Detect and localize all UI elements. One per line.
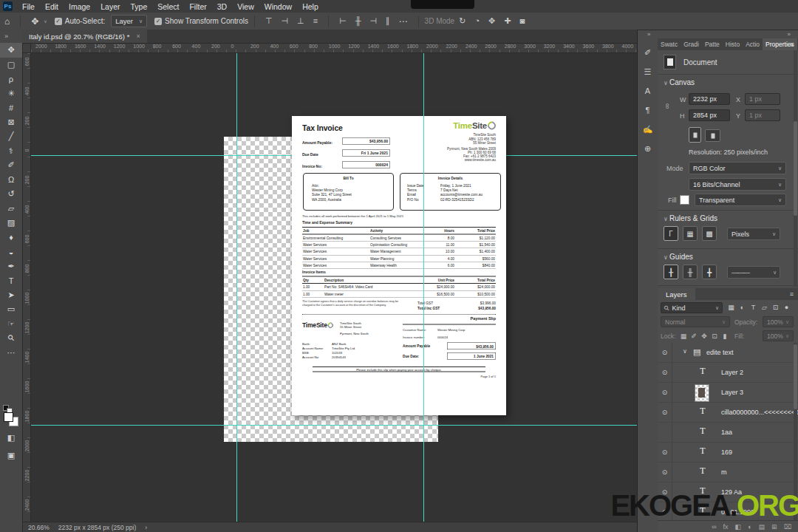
lock-guides-icon[interactable]: ╫	[683, 265, 698, 279]
more-options-icon[interactable]: ⋯	[395, 16, 412, 27]
dodge-tool[interactable]: ◒	[0, 245, 22, 259]
fill-swatch[interactable]	[680, 195, 689, 205]
toolbar-collapse-icon[interactable]: »	[0, 30, 22, 43]
ruler-corner[interactable]	[22, 43, 31, 53]
delete-layer-icon[interactable]: ⌧	[784, 523, 791, 531]
blend-mode-dropdown[interactable]: Normal	[661, 316, 730, 327]
eye-icon[interactable]: ⊙	[658, 443, 672, 462]
color-swatches[interactable]	[0, 405, 22, 427]
align-top-icon[interactable]: ⊤	[261, 16, 277, 26]
lock-paint-icon[interactable]: ✐	[689, 331, 699, 341]
3d-slide-icon[interactable]: ✚	[499, 16, 515, 26]
eyedropper-tool[interactable]: ╱	[0, 129, 22, 144]
path-selection-tool[interactable]: ➤	[0, 288, 22, 303]
filter-type-layers-icon[interactable]: T	[748, 302, 759, 313]
bit-depth-dropdown[interactable]: 16 Bits/Channel	[689, 178, 786, 191]
history-brush-tool[interactable]: ↺	[0, 187, 22, 202]
show-transform-checkbox[interactable]: ✓	[154, 18, 162, 25]
grid-toggle-icon[interactable]: ▦	[683, 226, 698, 241]
lock-artboard-icon[interactable]: ⊡	[709, 331, 720, 341]
ruler-toggle-icon[interactable]: Γ	[664, 226, 678, 241]
glyphs-panel-icon[interactable]: ✍	[638, 120, 658, 139]
foreground-color-swatch[interactable]	[4, 412, 13, 422]
layer-row[interactable]: ⊙Tcilla0000000...<<<<<<<<0 d	[658, 403, 798, 423]
layer-row[interactable]: ⊙∨▤edite text	[658, 343, 798, 363]
eye-icon[interactable]: ⊙	[658, 363, 672, 382]
tab-swatc[interactable]: Swatc	[658, 38, 681, 50]
quick-selection-tool[interactable]: ✳	[0, 86, 22, 101]
link-dimensions-icon[interactable]: ∞	[664, 103, 672, 109]
layer-row[interactable]: ⊙Tm	[658, 463, 798, 482]
lock-transparent-icon[interactable]: ▦	[678, 331, 689, 341]
filter-toggle-icon[interactable]: ●	[781, 302, 792, 313]
portrait-orientation-button[interactable]	[689, 127, 701, 143]
pixel-grid-toggle-icon[interactable]: ▩	[702, 226, 717, 241]
paragraph-panel-icon[interactable]: ¶	[638, 100, 658, 120]
color-mode-dropdown[interactable]: RGB Color	[689, 162, 786, 174]
menu-layer[interactable]: Layer	[95, 2, 125, 11]
eye-icon[interactable]: ⊙	[658, 463, 672, 482]
move-tool-preset-icon[interactable]: ✥	[27, 16, 43, 27]
layer-row[interactable]: ⊙Layer 3	[658, 383, 798, 403]
filter-pixel-layers-icon[interactable]: ▦	[726, 302, 737, 313]
frame-tool[interactable]: ⊠	[0, 115, 22, 130]
menu-edit[interactable]: Edit	[40, 2, 64, 11]
menu-type[interactable]: Type	[125, 2, 152, 11]
distribute-right-icon[interactable]: ⊣	[366, 16, 382, 26]
blur-tool[interactable]: ♦	[0, 231, 22, 245]
vertical-ruler[interactable]: 6004002000200400600800100012001400160018…	[22, 53, 31, 522]
menu-image[interactable]: Image	[64, 2, 95, 11]
brushes-panel-icon[interactable]: ✐	[638, 43, 658, 62]
rulers-grids-section-header[interactable]: Rulers & Grids	[664, 214, 717, 222]
rectangle-tool[interactable]: ▭	[0, 302, 22, 317]
collapse-panels-icon[interactable]: »	[788, 31, 791, 38]
rectangular-marquee-tool[interactable]: ▢	[0, 58, 22, 72]
zoom-tool[interactable]: ⚲	[0, 331, 22, 346]
document-viewport[interactable]: Tax Invoice TimeSite TimeSite SouthABN: …	[31, 53, 637, 522]
align-middle-icon[interactable]: ⊣	[277, 16, 293, 26]
brush-settings-panel-icon[interactable]: ☰	[638, 62, 658, 81]
clear-guides-icon[interactable]: ╋	[702, 265, 717, 279]
eye-icon[interactable]: ⊙	[658, 343, 672, 362]
opacity-value[interactable]: 100%	[763, 316, 794, 327]
layer-row[interactable]: ⊙TLayer 2	[658, 363, 798, 383]
3d-roll-icon[interactable]: ◔	[470, 16, 484, 26]
distribute-center-icon[interactable]: ╫	[351, 16, 366, 26]
vertical-guide[interactable]	[423, 53, 424, 522]
width-field[interactable]: 2232 px	[689, 93, 730, 105]
distribute-vertical-icon[interactable]: ∥	[381, 16, 395, 26]
landscape-orientation-button[interactable]	[705, 129, 720, 142]
adjustment-layer-icon[interactable]: ◐	[748, 523, 751, 531]
layer-row[interactable]: ⊙T169	[658, 443, 798, 463]
tab-patte[interactable]: Patte	[702, 38, 723, 50]
3d-orbit-icon[interactable]: ↻	[454, 16, 470, 26]
move-tool[interactable]: ✥	[0, 43, 22, 58]
vertical-guide[interactable]	[236, 53, 237, 522]
layer-mask-icon[interactable]: ◧	[735, 523, 742, 531]
eye-icon[interactable]: ⊙	[658, 383, 672, 402]
menu-window[interactable]: Window	[259, 2, 297, 11]
scrollbar-thumb[interactable]	[794, 121, 797, 216]
tab-layers[interactable]: Layers	[658, 288, 695, 300]
invoice-page[interactable]: Tax Invoice TimeSite TimeSite SouthABN: …	[292, 116, 506, 415]
units-dropdown[interactable]: Pixels	[727, 228, 780, 240]
menu-view[interactable]: View	[232, 2, 259, 11]
layer-row[interactable]: T1aa	[658, 423, 798, 443]
eye-icon[interactable]: ⊙	[658, 403, 672, 422]
auto-select-target-dropdown[interactable]: Layer	[111, 15, 147, 27]
horizontal-guide[interactable]	[31, 425, 637, 426]
eye-icon-hidden[interactable]	[658, 423, 672, 442]
scrollbar-thumb[interactable]	[794, 344, 797, 409]
tab-gradi[interactable]: Gradi	[681, 38, 702, 50]
height-field[interactable]: 2854 px	[689, 109, 730, 121]
guides-section-header[interactable]: Guides	[664, 253, 693, 261]
clone-stamp-tool[interactable]: Ω	[0, 173, 22, 188]
close-icon[interactable]: ×	[136, 33, 140, 40]
fill-dropdown[interactable]: Transparent	[695, 194, 786, 206]
3d-pan-icon[interactable]: ✥	[484, 16, 499, 26]
lock-all-icon[interactable]: ▮	[720, 331, 730, 341]
screen-mode-icon[interactable]: ▣	[0, 451, 22, 460]
pen-tool[interactable]: ✒	[0, 259, 22, 274]
panel-menu-icon[interactable]: ≡	[790, 290, 794, 298]
crop-tool[interactable]: #	[0, 100, 22, 115]
